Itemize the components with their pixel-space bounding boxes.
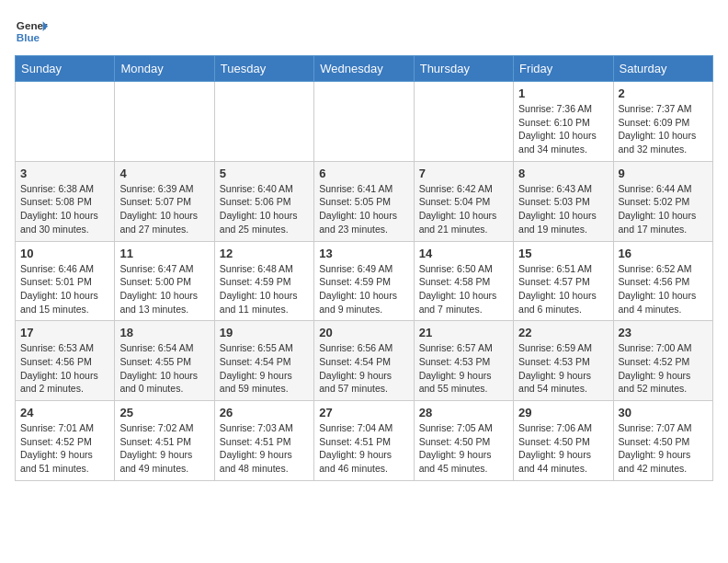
cell-date-number: 27	[319, 406, 408, 419]
calendar-cell: 22Sunrise: 6:59 AM Sunset: 4:53 PM Dayli…	[514, 321, 613, 401]
calendar-cell: 16Sunrise: 6:52 AM Sunset: 4:56 PM Dayli…	[613, 241, 712, 321]
cell-date-number: 15	[518, 247, 608, 260]
calendar-cell: 13Sunrise: 6:49 AM Sunset: 4:59 PM Dayli…	[314, 241, 414, 321]
calendar-cell: 20Sunrise: 6:56 AM Sunset: 4:54 PM Dayli…	[314, 321, 414, 401]
calendar-cell: 6Sunrise: 6:41 AM Sunset: 5:05 PM Daylig…	[314, 161, 414, 241]
cell-date-number: 19	[220, 326, 309, 339]
calendar-cell	[214, 82, 313, 162]
day-header-sunday: Sunday	[16, 56, 115, 82]
calendar-cell: 1Sunrise: 7:36 AM Sunset: 6:10 PM Daylig…	[514, 82, 613, 162]
cell-date-number: 4	[119, 167, 209, 180]
cell-date-number: 30	[619, 406, 708, 419]
calendar-cell	[414, 82, 513, 162]
cell-date-number: 20	[319, 326, 408, 339]
cell-info-text: Sunrise: 6:56 AM Sunset: 4:54 PM Dayligh…	[319, 341, 408, 396]
calendar-cell: 18Sunrise: 6:54 AM Sunset: 4:55 PM Dayli…	[115, 321, 214, 401]
cell-info-text: Sunrise: 6:52 AM Sunset: 4:56 PM Dayligh…	[619, 262, 708, 316]
calendar-cell: 27Sunrise: 7:04 AM Sunset: 4:51 PM Dayli…	[314, 401, 414, 481]
cell-date-number: 16	[619, 247, 708, 260]
cell-info-text: Sunrise: 6:59 AM Sunset: 4:53 PM Dayligh…	[518, 341, 608, 396]
cell-date-number: 23	[619, 326, 708, 339]
calendar-cell: 30Sunrise: 7:07 AM Sunset: 4:50 PM Dayli…	[613, 401, 712, 481]
calendar-cell: 19Sunrise: 6:55 AM Sunset: 4:54 PM Dayli…	[214, 321, 313, 401]
cell-info-text: Sunrise: 7:01 AM Sunset: 4:52 PM Dayligh…	[20, 421, 109, 476]
calendar-week-row: 3Sunrise: 6:38 AM Sunset: 5:08 PM Daylig…	[16, 161, 713, 241]
cell-date-number: 12	[220, 247, 309, 260]
cell-info-text: Sunrise: 6:41 AM Sunset: 5:05 PM Dayligh…	[319, 182, 408, 236]
cell-date-number: 29	[518, 406, 608, 419]
calendar-cell: 29Sunrise: 7:06 AM Sunset: 4:50 PM Dayli…	[514, 401, 613, 481]
cell-date-number: 18	[119, 326, 209, 339]
calendar-cell	[115, 82, 214, 162]
calendar-header-row: SundayMondayTuesdayWednesdayThursdayFrid…	[16, 56, 713, 82]
cell-date-number: 3	[20, 167, 109, 180]
calendar-cell: 5Sunrise: 6:40 AM Sunset: 5:06 PM Daylig…	[214, 161, 313, 241]
cell-info-text: Sunrise: 6:55 AM Sunset: 4:54 PM Dayligh…	[220, 341, 309, 396]
day-header-thursday: Thursday	[414, 56, 513, 82]
calendar-cell: 12Sunrise: 6:48 AM Sunset: 4:59 PM Dayli…	[214, 241, 313, 321]
calendar-cell: 15Sunrise: 6:51 AM Sunset: 4:57 PM Dayli…	[514, 241, 613, 321]
calendar-cell: 10Sunrise: 6:46 AM Sunset: 5:01 PM Dayli…	[16, 241, 115, 321]
cell-info-text: Sunrise: 7:06 AM Sunset: 4:50 PM Dayligh…	[518, 421, 608, 476]
cell-date-number: 25	[119, 406, 209, 419]
calendar-week-row: 10Sunrise: 6:46 AM Sunset: 5:01 PM Dayli…	[16, 241, 713, 321]
day-header-wednesday: Wednesday	[314, 56, 414, 82]
cell-info-text: Sunrise: 7:05 AM Sunset: 4:50 PM Dayligh…	[419, 421, 508, 476]
cell-date-number: 21	[419, 326, 508, 339]
calendar-cell: 4Sunrise: 6:39 AM Sunset: 5:07 PM Daylig…	[115, 161, 214, 241]
cell-date-number: 26	[220, 406, 309, 419]
cell-info-text: Sunrise: 6:49 AM Sunset: 4:59 PM Dayligh…	[319, 262, 408, 316]
day-header-saturday: Saturday	[613, 56, 712, 82]
cell-info-text: Sunrise: 7:37 AM Sunset: 6:09 PM Dayligh…	[619, 102, 708, 156]
cell-info-text: Sunrise: 6:38 AM Sunset: 5:08 PM Dayligh…	[20, 182, 109, 236]
cell-date-number: 28	[419, 406, 508, 419]
cell-info-text: Sunrise: 7:03 AM Sunset: 4:51 PM Dayligh…	[220, 421, 309, 476]
cell-info-text: Sunrise: 6:51 AM Sunset: 4:57 PM Dayligh…	[518, 262, 608, 316]
cell-info-text: Sunrise: 6:42 AM Sunset: 5:04 PM Dayligh…	[419, 182, 508, 236]
calendar-cell: 21Sunrise: 6:57 AM Sunset: 4:53 PM Dayli…	[414, 321, 513, 401]
calendar-cell: 28Sunrise: 7:05 AM Sunset: 4:50 PM Dayli…	[414, 401, 513, 481]
cell-date-number: 7	[419, 167, 508, 180]
day-header-monday: Monday	[115, 56, 214, 82]
cell-date-number: 8	[518, 167, 608, 180]
cell-date-number: 5	[220, 167, 309, 180]
page-header: General Blue	[15, 15, 713, 48]
day-header-friday: Friday	[514, 56, 613, 82]
cell-info-text: Sunrise: 6:46 AM Sunset: 5:01 PM Dayligh…	[20, 262, 109, 316]
logo-icon: General Blue	[15, 15, 48, 48]
cell-info-text: Sunrise: 7:07 AM Sunset: 4:50 PM Dayligh…	[619, 421, 708, 476]
calendar-cell: 2Sunrise: 7:37 AM Sunset: 6:09 PM Daylig…	[613, 82, 712, 162]
cell-date-number: 11	[119, 247, 209, 260]
cell-date-number: 1	[518, 86, 608, 100]
cell-info-text: Sunrise: 7:02 AM Sunset: 4:51 PM Dayligh…	[119, 421, 209, 476]
cell-date-number: 13	[319, 247, 408, 260]
calendar-cell: 17Sunrise: 6:53 AM Sunset: 4:56 PM Dayli…	[16, 321, 115, 401]
cell-info-text: Sunrise: 6:43 AM Sunset: 5:03 PM Dayligh…	[518, 182, 608, 236]
calendar-cell: 14Sunrise: 6:50 AM Sunset: 4:58 PM Dayli…	[414, 241, 513, 321]
day-header-tuesday: Tuesday	[214, 56, 313, 82]
cell-info-text: Sunrise: 6:48 AM Sunset: 4:59 PM Dayligh…	[220, 262, 309, 316]
cell-info-text: Sunrise: 6:53 AM Sunset: 4:56 PM Dayligh…	[20, 341, 109, 396]
calendar-cell: 25Sunrise: 7:02 AM Sunset: 4:51 PM Dayli…	[115, 401, 214, 481]
cell-info-text: Sunrise: 6:47 AM Sunset: 5:00 PM Dayligh…	[119, 262, 209, 316]
cell-info-text: Sunrise: 7:04 AM Sunset: 4:51 PM Dayligh…	[319, 421, 408, 476]
calendar-cell: 24Sunrise: 7:01 AM Sunset: 4:52 PM Dayli…	[16, 401, 115, 481]
calendar-cell: 3Sunrise: 6:38 AM Sunset: 5:08 PM Daylig…	[16, 161, 115, 241]
svg-text:Blue: Blue	[17, 31, 40, 43]
cell-date-number: 17	[20, 326, 109, 339]
calendar-cell: 9Sunrise: 6:44 AM Sunset: 5:02 PM Daylig…	[613, 161, 712, 241]
cell-info-text: Sunrise: 6:39 AM Sunset: 5:07 PM Dayligh…	[119, 182, 209, 236]
calendar-week-row: 1Sunrise: 7:36 AM Sunset: 6:10 PM Daylig…	[16, 82, 713, 162]
cell-info-text: Sunrise: 7:36 AM Sunset: 6:10 PM Dayligh…	[518, 102, 608, 156]
cell-info-text: Sunrise: 6:57 AM Sunset: 4:53 PM Dayligh…	[419, 341, 508, 396]
calendar-table: SundayMondayTuesdayWednesdayThursdayFrid…	[15, 55, 713, 481]
calendar-week-row: 17Sunrise: 6:53 AM Sunset: 4:56 PM Dayli…	[16, 321, 713, 401]
calendar-cell	[314, 82, 414, 162]
logo: General Blue	[15, 15, 48, 48]
cell-info-text: Sunrise: 6:54 AM Sunset: 4:55 PM Dayligh…	[119, 341, 209, 396]
cell-info-text: Sunrise: 6:44 AM Sunset: 5:02 PM Dayligh…	[619, 182, 708, 236]
calendar-cell: 11Sunrise: 6:47 AM Sunset: 5:00 PM Dayli…	[115, 241, 214, 321]
cell-date-number: 9	[619, 167, 708, 180]
cell-info-text: Sunrise: 7:00 AM Sunset: 4:52 PM Dayligh…	[619, 341, 708, 396]
calendar-week-row: 24Sunrise: 7:01 AM Sunset: 4:52 PM Dayli…	[16, 401, 713, 481]
